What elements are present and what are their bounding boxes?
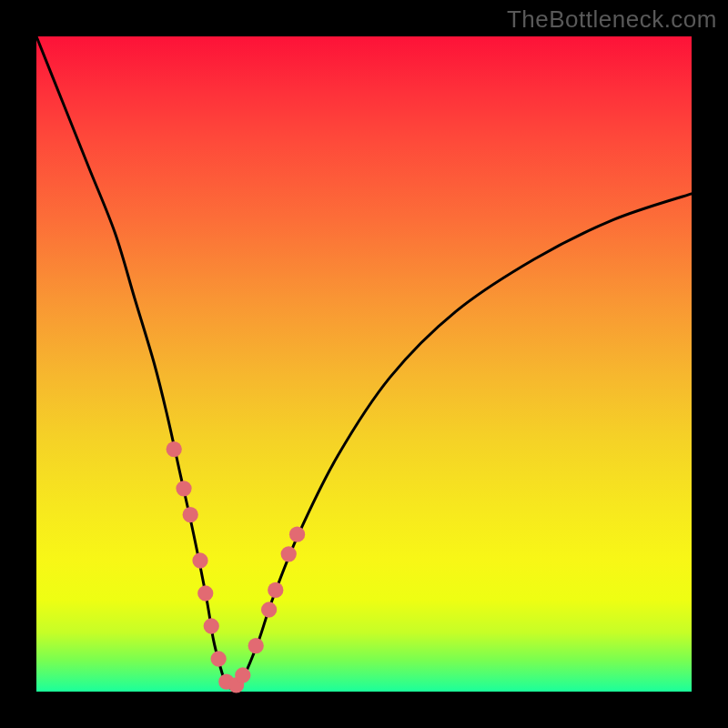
chart-frame: TheBottleneck.com (0, 0, 728, 728)
bottleneck-curve-path (36, 36, 692, 688)
watermark-text: TheBottleneck.com (507, 5, 717, 34)
highlight-marker (211, 651, 227, 666)
highlight-marker (167, 441, 182, 457)
highlight-marker (235, 667, 250, 682)
highlight-marker (183, 507, 198, 522)
plot-area (36, 36, 692, 692)
highlight-marker (289, 527, 305, 542)
highlight-marker (204, 618, 219, 633)
highlight-marker (176, 480, 191, 496)
highlight-marker (261, 602, 277, 617)
highlight-marker (248, 638, 264, 653)
highlight-marker (197, 585, 213, 601)
highlight-marker (192, 552, 207, 568)
highlight-marker (281, 546, 297, 561)
chart-overlay-svg (36, 36, 692, 692)
highlight-marker (268, 582, 283, 598)
